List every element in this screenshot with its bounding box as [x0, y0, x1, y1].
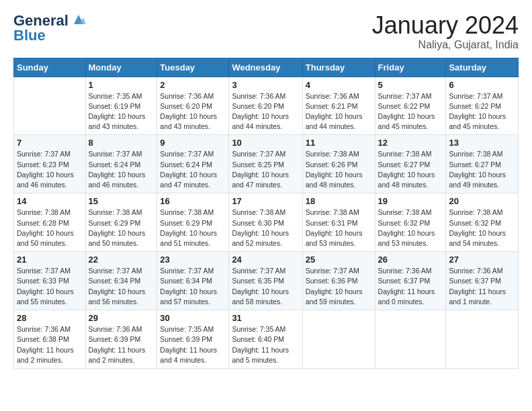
day-number: 16 — [160, 196, 226, 206]
day-number: 15 — [89, 196, 154, 206]
table-row: 9Sunrise: 7:37 AMSunset: 6:24 PMDaylight… — [157, 135, 229, 193]
day-info: Sunrise: 7:36 AMSunset: 6:39 PMDaylight:… — [89, 324, 154, 365]
table-row: 10Sunrise: 7:37 AMSunset: 6:25 PMDayligh… — [229, 135, 302, 193]
day-info: Sunrise: 7:38 AMSunset: 6:27 PMDaylight:… — [449, 149, 515, 190]
table-row: 20Sunrise: 7:38 AMSunset: 6:32 PMDayligh… — [446, 193, 519, 252]
table-row: 27Sunrise: 7:36 AMSunset: 6:37 PMDayligh… — [446, 252, 519, 310]
day-info: Sunrise: 7:37 AMSunset: 6:33 PMDaylight:… — [17, 266, 83, 307]
day-number: 14 — [17, 196, 83, 206]
table-row: 13Sunrise: 7:38 AMSunset: 6:27 PMDayligh… — [446, 135, 519, 193]
day-number: 11 — [306, 138, 372, 148]
table-row: 24Sunrise: 7:37 AMSunset: 6:35 PMDayligh… — [229, 252, 302, 310]
day-info: Sunrise: 7:38 AMSunset: 6:29 PMDaylight:… — [160, 208, 226, 248]
table-row — [446, 310, 519, 369]
day-number: 24 — [232, 255, 299, 265]
day-number: 6 — [449, 80, 515, 90]
day-number: 26 — [378, 255, 443, 265]
day-number: 22 — [89, 255, 154, 265]
col-monday: Monday — [85, 58, 157, 77]
table-row: 17Sunrise: 7:38 AMSunset: 6:30 PMDayligh… — [229, 193, 302, 252]
table-row: 12Sunrise: 7:38 AMSunset: 6:27 PMDayligh… — [375, 135, 446, 193]
table-row: 11Sunrise: 7:38 AMSunset: 6:26 PMDayligh… — [302, 135, 375, 193]
day-info: Sunrise: 7:37 AMSunset: 6:34 PMDaylight:… — [160, 266, 226, 307]
day-info: Sunrise: 7:38 AMSunset: 6:30 PMDaylight:… — [232, 208, 299, 248]
day-number: 10 — [232, 138, 299, 148]
day-number: 21 — [17, 255, 83, 265]
day-info: Sunrise: 7:35 AMSunset: 6:40 PMDaylight:… — [232, 324, 299, 365]
day-info: Sunrise: 7:37 AMSunset: 6:36 PMDaylight:… — [306, 266, 372, 307]
col-thursday: Thursday — [302, 58, 375, 77]
day-number: 18 — [306, 196, 372, 206]
day-number: 20 — [449, 196, 515, 206]
table-row: 22Sunrise: 7:37 AMSunset: 6:34 PMDayligh… — [85, 252, 157, 310]
day-info: Sunrise: 7:38 AMSunset: 6:32 PMDaylight:… — [378, 208, 443, 248]
day-number: 13 — [449, 138, 515, 148]
day-number: 23 — [160, 255, 226, 265]
day-info: Sunrise: 7:36 AMSunset: 6:20 PMDaylight:… — [232, 91, 299, 132]
logo-icon — [71, 12, 86, 27]
logo-blue: Blue — [13, 27, 46, 44]
month-title: January 2024 — [372, 12, 519, 39]
table-row: 14Sunrise: 7:38 AMSunset: 6:28 PMDayligh… — [14, 193, 86, 252]
day-number: 31 — [232, 313, 299, 323]
table-row: 2Sunrise: 7:36 AMSunset: 6:20 PMDaylight… — [157, 77, 229, 135]
header: General Blue January 2024 Naliya, Gujara… — [13, 12, 519, 51]
logo: General Blue — [13, 12, 86, 44]
day-number: 1 — [89, 80, 154, 90]
day-info: Sunrise: 7:37 AMSunset: 6:24 PMDaylight:… — [89, 149, 154, 190]
day-info: Sunrise: 7:36 AMSunset: 6:20 PMDaylight:… — [160, 91, 226, 132]
day-info: Sunrise: 7:38 AMSunset: 6:27 PMDaylight:… — [378, 149, 443, 190]
day-info: Sunrise: 7:36 AMSunset: 6:37 PMDaylight:… — [378, 266, 443, 307]
col-saturday: Saturday — [446, 58, 519, 77]
day-number: 25 — [306, 255, 372, 265]
day-number: 5 — [378, 80, 443, 90]
table-row: 7Sunrise: 7:37 AMSunset: 6:23 PMDaylight… — [14, 135, 86, 193]
day-info: Sunrise: 7:38 AMSunset: 6:32 PMDaylight:… — [449, 208, 515, 248]
col-tuesday: Tuesday — [157, 58, 229, 77]
table-row: 6Sunrise: 7:37 AMSunset: 6:22 PMDaylight… — [446, 77, 519, 135]
table-row: 28Sunrise: 7:36 AMSunset: 6:38 PMDayligh… — [14, 310, 86, 369]
day-number: 19 — [378, 196, 443, 206]
day-number: 9 — [160, 138, 226, 148]
day-number: 28 — [17, 313, 83, 323]
table-row: 23Sunrise: 7:37 AMSunset: 6:34 PMDayligh… — [157, 252, 229, 310]
day-info: Sunrise: 7:36 AMSunset: 6:21 PMDaylight:… — [306, 91, 372, 132]
day-info: Sunrise: 7:37 AMSunset: 6:34 PMDaylight:… — [89, 266, 154, 307]
calendar-body: 1Sunrise: 7:35 AMSunset: 6:19 PMDaylight… — [14, 77, 519, 368]
table-row — [375, 310, 446, 369]
table-row — [302, 310, 375, 369]
table-row: 16Sunrise: 7:38 AMSunset: 6:29 PMDayligh… — [157, 193, 229, 252]
day-number: 4 — [306, 80, 372, 90]
day-info: Sunrise: 7:36 AMSunset: 6:37 PMDaylight:… — [449, 266, 515, 307]
day-info: Sunrise: 7:37 AMSunset: 6:25 PMDaylight:… — [232, 149, 299, 190]
calendar-table: Sunday Monday Tuesday Wednesday Thursday… — [13, 58, 519, 369]
day-info: Sunrise: 7:37 AMSunset: 6:22 PMDaylight:… — [378, 91, 443, 132]
table-row: 3Sunrise: 7:36 AMSunset: 6:20 PMDaylight… — [229, 77, 302, 135]
day-number: 27 — [449, 255, 515, 265]
table-row: 29Sunrise: 7:36 AMSunset: 6:39 PMDayligh… — [85, 310, 157, 369]
col-sunday: Sunday — [14, 58, 86, 77]
calendar-page: General Blue January 2024 Naliya, Gujara… — [0, 0, 532, 411]
day-info: Sunrise: 7:37 AMSunset: 6:22 PMDaylight:… — [449, 91, 515, 132]
table-row: 21Sunrise: 7:37 AMSunset: 6:33 PMDayligh… — [14, 252, 86, 310]
day-info: Sunrise: 7:38 AMSunset: 6:29 PMDaylight:… — [89, 208, 154, 248]
table-row: 18Sunrise: 7:38 AMSunset: 6:31 PMDayligh… — [302, 193, 375, 252]
day-info: Sunrise: 7:38 AMSunset: 6:31 PMDaylight:… — [306, 208, 372, 248]
day-number: 29 — [89, 313, 154, 323]
table-row: 30Sunrise: 7:35 AMSunset: 6:39 PMDayligh… — [157, 310, 229, 369]
day-info: Sunrise: 7:36 AMSunset: 6:38 PMDaylight:… — [17, 324, 83, 365]
col-wednesday: Wednesday — [229, 58, 302, 77]
table-row — [14, 77, 86, 135]
col-friday: Friday — [375, 58, 446, 77]
day-info: Sunrise: 7:35 AMSunset: 6:19 PMDaylight:… — [89, 91, 154, 132]
day-number: 3 — [232, 80, 299, 90]
table-row: 4Sunrise: 7:36 AMSunset: 6:21 PMDaylight… — [302, 77, 375, 135]
table-row: 31Sunrise: 7:35 AMSunset: 6:40 PMDayligh… — [229, 310, 302, 369]
day-info: Sunrise: 7:38 AMSunset: 6:28 PMDaylight:… — [17, 208, 83, 248]
day-info: Sunrise: 7:38 AMSunset: 6:26 PMDaylight:… — [306, 149, 372, 190]
day-number: 30 — [160, 313, 226, 323]
day-number: 17 — [232, 196, 299, 206]
day-info: Sunrise: 7:37 AMSunset: 6:35 PMDaylight:… — [232, 266, 299, 307]
table-row: 5Sunrise: 7:37 AMSunset: 6:22 PMDaylight… — [375, 77, 446, 135]
day-number: 7 — [17, 138, 83, 148]
